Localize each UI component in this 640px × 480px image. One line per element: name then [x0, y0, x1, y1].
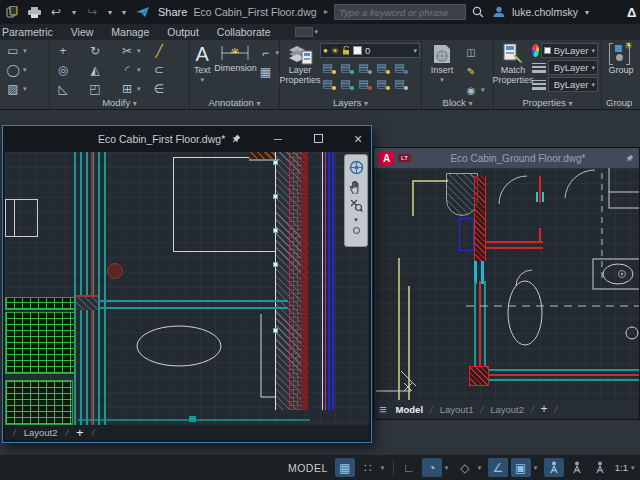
create-block-icon[interactable]: ◫ [462, 44, 480, 60]
redo-icon[interactable]: ↪ [84, 4, 100, 20]
autodesk-account-icon[interactable]: Δ [627, 5, 636, 20]
hatch-tool-icon[interactable]: ▨ [4, 81, 22, 97]
qat-customize-icon[interactable]: ▾ [120, 4, 128, 20]
new-layout-button[interactable]: + [541, 402, 548, 416]
window2-titlebar[interactable]: A LT Eco Cabin_Ground Floor.dwg* [374, 148, 639, 168]
linetype-combo[interactable]: ByLayer ▾ [548, 77, 598, 92]
tab-view[interactable]: View [71, 26, 94, 38]
offset-icon[interactable]: ⊂ [150, 62, 168, 78]
app-menu-icon[interactable] [4, 4, 20, 20]
user-dropdown-icon[interactable]: ▾ [583, 4, 591, 20]
layer-current-icon[interactable]: ▤ [374, 76, 389, 90]
stretch-icon[interactable]: ◺ [54, 81, 72, 97]
object-color-combo[interactable]: ByLayer ▾ [541, 43, 598, 58]
polar-tracking-toggle[interactable]: ◔ [422, 458, 442, 477]
group-panel-label[interactable]: Group [602, 97, 640, 108]
chevron-down-icon[interactable]: ▾ [381, 464, 388, 472]
scale-icon[interactable]: ◰ [86, 81, 104, 97]
username-label[interactable]: luke.cholmsky [512, 6, 578, 18]
grip-point[interactable] [273, 328, 278, 333]
annotation-scale-icon[interactable] [590, 458, 610, 477]
layer-freeze-icon[interactable]: ▤ [356, 60, 371, 74]
chevron-down-icon[interactable]: ▾ [275, 49, 279, 57]
tab-layout1[interactable]: Layout1 [440, 404, 474, 415]
close-button[interactable]: × [351, 131, 365, 147]
layer-isolate-icon[interactable]: ▤ [338, 60, 353, 74]
maximize-button[interactable] [311, 133, 325, 145]
pin-icon[interactable] [231, 134, 245, 144]
properties-panel-label[interactable]: Properties ▾ [494, 97, 601, 108]
chevron-down-icon[interactable]: ▾ [354, 216, 358, 224]
layer-combo[interactable]: ● ☀ 0 ▾ [320, 43, 420, 58]
annotation-visibility-toggle[interactable] [544, 458, 564, 477]
chevron-down-icon[interactable]: ▾ [481, 86, 485, 94]
copy-icon[interactable]: ◎ [54, 62, 72, 78]
annotation-scale-value[interactable]: 1:1 [615, 462, 628, 473]
trim-icon[interactable]: ✂ [118, 43, 136, 59]
share-icon[interactable] [134, 4, 150, 20]
tab-collaborate[interactable]: Collaborate [217, 26, 271, 38]
leader-icon[interactable]: ⌐ [256, 45, 274, 61]
tab-output[interactable]: Output [167, 26, 199, 38]
layer-thaw-all-icon[interactable]: ▤ [338, 76, 353, 90]
minimize-button[interactable]: ─ [271, 133, 285, 145]
window-first-floor[interactable]: Eco Cabin_First Floor.dwg* ─ × [2, 125, 372, 443]
tab-layout2[interactable]: Layout2 [24, 427, 58, 438]
chevron-down-icon[interactable]: ▾ [478, 464, 485, 472]
grid-toggle[interactable]: ▦ [335, 458, 355, 477]
search-icon[interactable] [470, 4, 486, 20]
chevron-down-icon[interactable]: ▾ [23, 47, 27, 55]
window2-drawing-area[interactable] [375, 168, 639, 401]
layer-lock-icon[interactable]: ▤ [374, 60, 389, 74]
redo-dropdown-icon[interactable]: ▾ [106, 4, 114, 20]
chevron-down-icon[interactable]: ▾ [23, 66, 27, 74]
layer-previous-icon[interactable]: ▤ [392, 76, 407, 90]
modify-panel-label[interactable]: Modify ▾ [50, 97, 189, 108]
layer-unlock-all-icon[interactable]: ▤ [356, 76, 371, 90]
grip-point[interactable] [273, 194, 278, 199]
tab-layout2[interactable]: Layout2 [490, 404, 524, 415]
chevron-down-icon[interactable]: ▾ [445, 464, 452, 472]
set-base-point-icon[interactable]: ◉ [462, 82, 480, 98]
ellipse-tool-icon[interactable]: ◯ [4, 62, 22, 78]
block-panel-label[interactable]: Block ▾ [422, 97, 493, 108]
layers-panel-label[interactable]: Layers ▾ [280, 97, 421, 108]
ribbon-options-button[interactable]: ▾ [295, 27, 319, 37]
orbit-icon[interactable] [353, 227, 360, 234]
grip-point[interactable] [273, 262, 278, 267]
chevron-down-icon[interactable]: ▾ [534, 464, 541, 472]
steering-wheel-icon[interactable] [348, 159, 364, 175]
pan-hand-icon[interactable] [348, 178, 364, 194]
layer-match-icon[interactable]: ▤ [392, 60, 407, 74]
window1-titlebar[interactable]: Eco Cabin_First Floor.dwg* ─ × [3, 126, 371, 152]
window-ground-floor[interactable]: A LT Eco Cabin_Ground Floor.dwg* [373, 147, 640, 420]
print-icon[interactable] [26, 4, 42, 20]
annotation-panel-label[interactable]: Annotation ▾ [190, 97, 279, 108]
snap-toggle[interactable]: ∷ [358, 458, 378, 477]
annotation-autoscale-toggle[interactable] [567, 458, 587, 477]
rotate-icon[interactable]: ↻ [86, 43, 104, 59]
new-layout-button[interactable]: + [76, 425, 84, 440]
window1-drawing-area[interactable]: ▾ [5, 152, 369, 425]
lineweight-combo[interactable]: ByLayer ▾ [548, 60, 598, 75]
ortho-toggle[interactable]: ∟ [399, 458, 419, 477]
object-snap-tracking-toggle[interactable]: ∠ [488, 458, 508, 477]
undo-dropdown-icon[interactable]: ▾ [70, 4, 78, 20]
zoom-tool-icon[interactable] [348, 197, 364, 213]
search-expand-icon[interactable]: ▸ [324, 7, 328, 16]
group-button[interactable]: ☀ Group [602, 40, 640, 76]
pin-icon[interactable] [625, 154, 634, 163]
chevron-down-icon[interactable]: ▾ [137, 85, 141, 93]
chevron-down-icon[interactable]: ▾ [137, 66, 141, 74]
model-space-label[interactable]: MODEL [288, 462, 328, 474]
undo-icon[interactable]: ↩ [48, 4, 64, 20]
lengthen-icon[interactable]: ∈ [150, 81, 168, 97]
tab-parametric[interactable]: Parametric [2, 26, 53, 38]
search-input[interactable] [335, 7, 467, 18]
tab-model[interactable]: Model [396, 404, 423, 415]
rectangle-tool-icon[interactable]: ▭ [4, 43, 22, 59]
tab-manage[interactable]: Manage [111, 26, 149, 38]
chevron-down-icon[interactable]: ▾ [137, 47, 141, 55]
chevron-down-icon[interactable]: ▾ [23, 85, 27, 93]
edit-block-icon[interactable]: ✎ [462, 63, 480, 79]
